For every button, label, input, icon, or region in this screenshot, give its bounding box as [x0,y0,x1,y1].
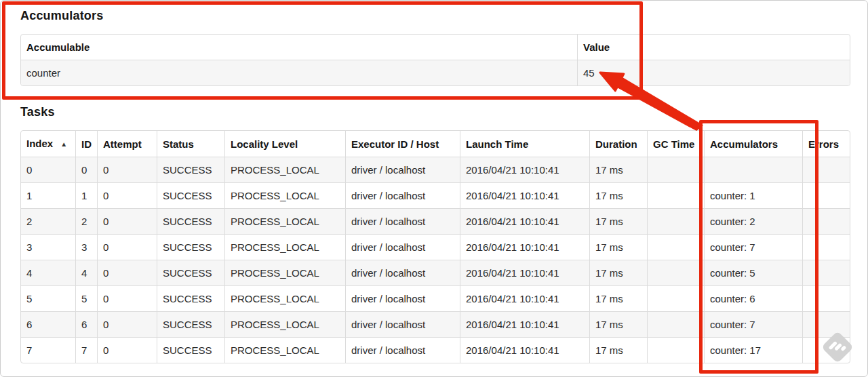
table-cell: 0 [75,157,97,182]
column-header-errors[interactable]: Errors [802,131,850,157]
table-cell: 7 [21,337,75,363]
table-cell: SUCCESS [157,260,224,285]
table-cell: 4 [75,260,97,285]
column-header-launch-time[interactable]: Launch Time [460,131,589,157]
column-header-duration[interactable]: Duration [589,131,647,157]
table-cell: 6 [75,311,97,337]
table-cell: 2016/04/21 10:10:41 [460,157,589,182]
column-header-locality-level[interactable]: Locality Level [224,131,345,157]
tasks-section-title: Tasks [20,105,55,119]
table-cell: 0 [97,285,157,311]
column-header-index-label: Index [26,138,53,149]
table-cell: 0 [97,311,157,337]
table-cell: 4 [21,260,75,285]
accumulators-table: Accumulable Value counter45 [20,34,850,86]
table-cell: SUCCESS [157,182,224,208]
table-row: 440SUCCESSPROCESS_LOCALdriver / localhos… [21,260,850,285]
table-cell: PROCESS_LOCAL [224,285,345,311]
table-cell: SUCCESS [157,157,224,182]
table-cell [802,182,850,208]
column-header-accumulators[interactable]: Accumulators [704,131,802,157]
table-row: 220SUCCESSPROCESS_LOCALdriver / localhos… [21,208,850,234]
table-cell: driver / localhost [345,260,460,285]
table-header-row: Accumulable Value [21,35,850,60]
table-cell: SUCCESS [157,337,224,363]
table-cell: 6 [21,311,75,337]
table-cell: PROCESS_LOCAL [224,311,345,337]
table-cell: 17 ms [589,182,647,208]
table-cell: SUCCESS [157,234,224,260]
table-cell: 0 [97,157,157,182]
table-cell: SUCCESS [157,208,224,234]
table-cell: 0 [97,337,157,363]
column-header-index[interactable]: Index ▲ [21,131,75,157]
table-cell: 3 [21,234,75,260]
table-cell [802,234,850,260]
table-cell [647,208,704,234]
table-cell: counter [21,60,577,85]
table-cell: 17 ms [589,337,647,363]
table-cell: 5 [75,285,97,311]
column-header-accumulable: Accumulable [21,35,577,60]
table-row: 770SUCCESSPROCESS_LOCALdriver / localhos… [21,337,850,363]
column-header-value: Value [577,35,850,60]
table-cell: counter: 5 [704,260,802,285]
column-header-status[interactable]: Status [157,131,224,157]
table-cell: driver / localhost [345,208,460,234]
table-cell: 17 ms [589,208,647,234]
table-cell: counter: 7 [704,311,802,337]
table-cell: 2 [75,208,97,234]
table-cell: driver / localhost [345,311,460,337]
sort-ascending-icon: ▲ [60,140,67,148]
table-cell [647,157,704,182]
table-cell: PROCESS_LOCAL [224,234,345,260]
table-cell [802,285,850,311]
table-cell: 2016/04/21 10:10:41 [460,182,589,208]
table-cell: 1 [21,182,75,208]
table-cell: counter: 6 [704,285,802,311]
table-cell: counter: 2 [704,208,802,234]
table-header-row: Index ▲ ID Attempt Status Locality Level… [21,131,850,157]
table-cell: driver / localhost [345,234,460,260]
table-cell: 0 [97,260,157,285]
table-row: 550SUCCESSPROCESS_LOCALdriver / localhos… [21,285,850,311]
table-cell: counter: 17 [704,337,802,363]
table-cell [802,157,850,182]
table-cell: 17 ms [589,285,647,311]
table-cell: 7 [75,337,97,363]
table-cell: 0 [97,208,157,234]
table-cell: 45 [577,60,850,85]
table-cell: 2016/04/21 10:10:41 [460,234,589,260]
column-header-executor-id-host[interactable]: Executor ID / Host [345,131,460,157]
table-cell: driver / localhost [345,285,460,311]
table-cell: 2016/04/21 10:10:41 [460,208,589,234]
table-cell: 2016/04/21 10:10:41 [460,285,589,311]
accumulators-section-title: Accumulators [20,9,103,23]
table-cell [647,234,704,260]
table-cell: PROCESS_LOCAL [224,260,345,285]
table-cell: PROCESS_LOCAL [224,208,345,234]
table-row: 000SUCCESSPROCESS_LOCALdriver / localhos… [21,157,850,182]
table-cell: 17 ms [589,260,647,285]
table-cell: 3 [75,234,97,260]
table-row: counter45 [21,60,850,85]
table-cell [647,260,704,285]
table-cell: 17 ms [589,157,647,182]
table-cell: counter: 7 [704,234,802,260]
table-cell [647,285,704,311]
column-header-id[interactable]: ID [75,131,97,157]
table-cell: counter: 1 [704,182,802,208]
table-cell: 0 [97,182,157,208]
table-cell [802,208,850,234]
column-header-gc-time[interactable]: GC Time [647,131,704,157]
table-cell [647,311,704,337]
table-cell: 0 [97,234,157,260]
table-cell: PROCESS_LOCAL [224,182,345,208]
column-header-attempt[interactable]: Attempt [97,131,157,157]
table-cell: PROCESS_LOCAL [224,337,345,363]
table-row: 110SUCCESSPROCESS_LOCALdriver / localhos… [21,182,850,208]
table-cell: driver / localhost [345,157,460,182]
table-cell: 2016/04/21 10:10:41 [460,311,589,337]
table-cell: 2 [21,208,75,234]
table-cell: 5 [21,285,75,311]
